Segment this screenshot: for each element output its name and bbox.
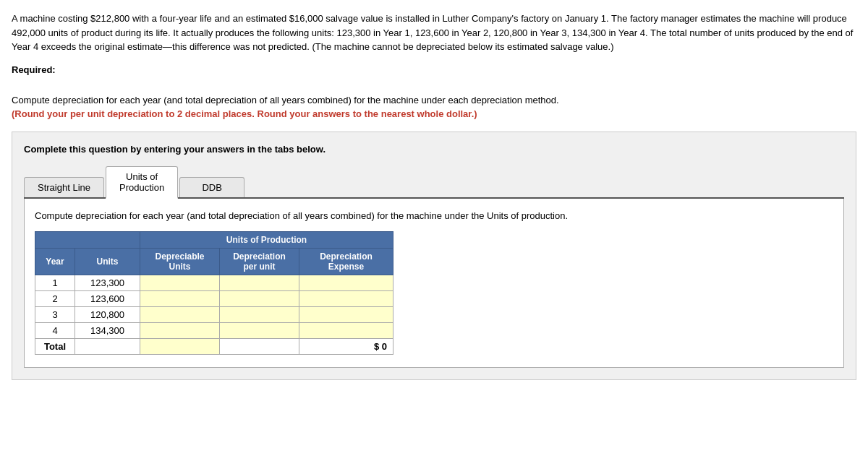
group-header: Units of Production [140, 232, 393, 249]
cell-year-3: 3 [35, 307, 75, 323]
total-label: Total [35, 339, 75, 355]
input-dep-expense-2[interactable] [305, 293, 387, 304]
col-header-year: Year [35, 249, 75, 275]
cell-units-3: 120,800 [75, 307, 140, 323]
dollar-sign: $ [374, 341, 382, 352]
cell-year-4: 4 [35, 323, 75, 339]
input-dep-units-4[interactable] [146, 325, 213, 336]
input-dep-expense-1[interactable] [305, 277, 387, 288]
tabs-row: Straight Line Units ofProduction DDB [24, 165, 844, 199]
input-dep-units-1[interactable] [146, 277, 213, 288]
cell-dep-per-unit-3[interactable] [220, 307, 299, 323]
instruction-main: Compute depreciation for each year (and … [12, 93, 856, 121]
tab-straight-line[interactable]: Straight Line [24, 177, 104, 197]
cell-dep-expense-3[interactable] [299, 307, 393, 323]
total-dep-units[interactable] [140, 339, 220, 355]
problem-text: A machine costing $212,800 with a four-y… [12, 12, 856, 54]
total-per-unit [220, 339, 299, 355]
cell-units-2: 123,600 [75, 291, 140, 307]
cell-dep-units-2[interactable] [140, 291, 220, 307]
col-header-dep-units: DepreciableUnits [140, 249, 220, 275]
cell-year-1: 1 [35, 275, 75, 291]
cell-dep-per-unit-4[interactable] [220, 323, 299, 339]
input-dep-units-2[interactable] [146, 293, 213, 304]
table-row: 2123,600 [35, 291, 393, 307]
total-dep-expense: $ 0 [299, 339, 393, 355]
input-dep-per-unit-4[interactable] [226, 325, 293, 336]
total-expense-value: 0 [382, 341, 387, 352]
tab-description: Compute depreciation for each year (and … [35, 209, 833, 223]
input-dep-expense-3[interactable] [305, 309, 387, 320]
cell-dep-per-unit-1[interactable] [220, 275, 299, 291]
tab-units-of-production[interactable]: Units ofProduction [106, 166, 178, 199]
col-header-units: Units [75, 249, 140, 275]
table-row: 3120,800 [35, 307, 393, 323]
depreciation-table: Units of Production Year Units Depreciab… [35, 231, 393, 355]
table-wrapper: Units of Production Year Units Depreciab… [35, 231, 393, 355]
cell-year-2: 2 [35, 291, 75, 307]
col-header-dep-expense: DepreciationExpense [299, 249, 393, 275]
input-dep-per-unit-1[interactable] [226, 277, 293, 288]
cell-units-1: 123,300 [75, 275, 140, 291]
tab-instruction: Complete this question by entering your … [24, 144, 844, 155]
input-dep-expense-4[interactable] [305, 325, 387, 336]
cell-dep-expense-2[interactable] [299, 291, 393, 307]
input-total-dep-units[interactable] [146, 341, 213, 352]
col-header-dep-per-unit: Depreciationper unit [220, 249, 299, 275]
total-row: Total$ 0 [35, 339, 393, 355]
tab-ddb[interactable]: DDB [179, 177, 244, 197]
tab-content-units-of-production: Compute depreciation for each year (and … [24, 199, 844, 369]
required-label: Required: [12, 64, 856, 75]
table-row: 1123,300 [35, 275, 393, 291]
instruction-text2: (Round your per unit depreciation to 2 d… [12, 108, 477, 119]
table-row: 4134,300 [35, 323, 393, 339]
cell-dep-expense-1[interactable] [299, 275, 393, 291]
cell-dep-units-1[interactable] [140, 275, 220, 291]
input-dep-units-3[interactable] [146, 309, 213, 320]
instruction-text1: Compute depreciation for each year (and … [12, 95, 559, 105]
cell-units-4: 134,300 [75, 323, 140, 339]
cell-dep-expense-4[interactable] [299, 323, 393, 339]
input-dep-per-unit-2[interactable] [226, 293, 293, 304]
total-units-empty [75, 339, 140, 355]
tab-container: Complete this question by entering your … [12, 132, 856, 381]
cell-dep-per-unit-2[interactable] [220, 291, 299, 307]
cell-dep-units-3[interactable] [140, 307, 220, 323]
input-dep-per-unit-3[interactable] [226, 309, 293, 320]
cell-dep-units-4[interactable] [140, 323, 220, 339]
